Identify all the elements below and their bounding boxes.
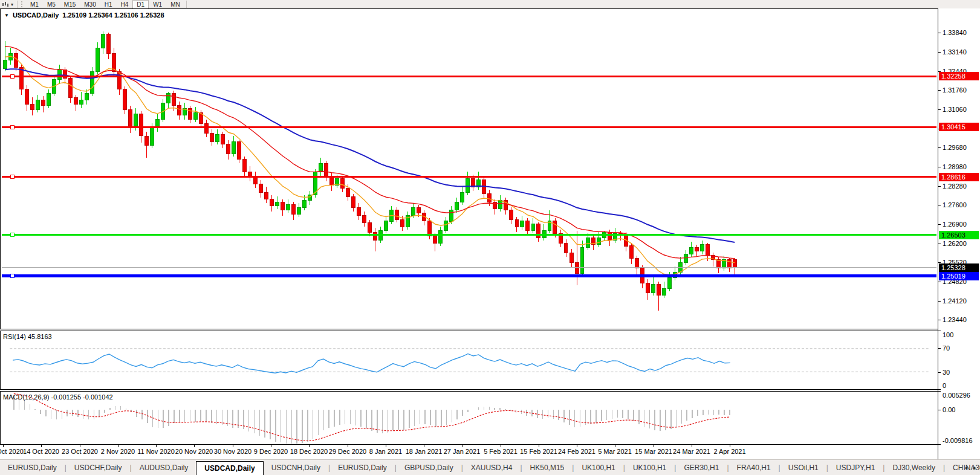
bottom-tab-usdcad-daily[interactable]: USDCAD,Daily <box>196 461 263 475</box>
axis-tick <box>938 282 941 282</box>
macd-panel[interactable] <box>0 391 938 445</box>
axis-tick <box>938 301 941 302</box>
bottom-tab-uk100-h1[interactable]: UK100,H1 <box>574 462 623 474</box>
date-tick <box>692 445 692 447</box>
axis-tick <box>938 262 941 263</box>
bottom-tab-usdjpy-h1[interactable]: USDJPY,H1 <box>828 462 883 474</box>
price-tick-label: 1.31060 <box>943 106 967 113</box>
bottom-tab-hk50-m15[interactable]: HK50,M15 <box>522 462 573 474</box>
bottom-tab-gbpusd-daily[interactable]: GBPUSD,Daily <box>397 462 461 474</box>
price-axis[interactable]: 1.338401.331401.324401.317601.310601.303… <box>938 8 980 459</box>
chart-dropdown-icon[interactable]: ▼ <box>4 13 9 18</box>
chart-tab-bar: EURUSD,Daily|USDCHF,Daily|AUDUSD,DailyUS… <box>0 459 980 475</box>
price-tick-label: 1.31760 <box>943 86 967 94</box>
rsi-axis-label: 0 <box>943 382 946 389</box>
rsi-axis-label: 30 <box>943 369 950 376</box>
candles <box>3 31 736 311</box>
line-handle[interactable] <box>10 126 14 129</box>
price-tick-label: 1.28280 <box>943 183 967 190</box>
chart-symbol-label: USDCAD,Daily <box>13 11 59 19</box>
timeframe-m5-button[interactable]: M5 <box>43 0 60 9</box>
rsi-axis-label: 70 <box>943 344 950 352</box>
bottom-tab-usdcnh-daily[interactable]: USDCNH,Daily <box>264 462 328 474</box>
main-price-chart[interactable] <box>0 8 938 329</box>
top-toolbar: ▾ M1 M5 M15 M30 H1 H4 D1 W1 MN <box>0 0 980 8</box>
candlestick-chart-icon <box>2 1 10 7</box>
timeframe-m1-button[interactable]: M1 <box>26 0 43 9</box>
bottom-tab-ger30-h1[interactable]: GER30,H1 <box>676 462 727 474</box>
price-tick-label: 1.33140 <box>943 48 967 56</box>
price-tick-label: 1.28980 <box>943 163 967 170</box>
current-price-tag[interactable]: 1.25328 <box>939 263 979 272</box>
bottom-tab-fra40-h1[interactable]: FRA40,H1 <box>729 462 779 474</box>
date-tick <box>118 445 118 447</box>
bottom-tab-uk100-h1[interactable]: UK100,H1 <box>625 462 674 474</box>
rsi-panel[interactable] <box>0 331 938 390</box>
bottom-tab-eurusd-daily[interactable]: EURUSD,Daily <box>0 462 65 474</box>
date-axis[interactable]: 5 Oct 202014 Oct 202023 Oct 20202 Nov 20… <box>0 445 938 459</box>
slow-ma <box>5 69 735 242</box>
price-tick-label: 1.23440 <box>943 316 967 323</box>
price-tick-label: 1.33840 <box>943 29 967 36</box>
chart-window: ▼ USDCAD,Daily 1.25109 1.25364 1.25106 1… <box>0 8 980 459</box>
date-tick <box>156 445 157 447</box>
bottom-tab-xauusd-h4[interactable]: XAUUSD,H4 <box>463 462 521 474</box>
bottom-tab-audusd-daily[interactable]: AUDUSD,Daily <box>132 462 196 474</box>
price-level-tag[interactable]: 1.30415 <box>939 123 979 131</box>
timeframe-m15-button[interactable]: M15 <box>60 0 80 9</box>
macd-axis-label: 0.005296 <box>943 392 970 399</box>
price-level-tag[interactable]: 1.26503 <box>939 231 979 239</box>
axis-tick <box>938 244 941 244</box>
axis-tick <box>938 348 941 349</box>
axis-tick <box>938 410 941 410</box>
price-tick-label: 1.26900 <box>943 221 967 228</box>
macd-axis-label: 0.00 <box>943 406 955 413</box>
toolbar-grip[interactable] <box>21 1 24 7</box>
axis-tick <box>938 147 941 148</box>
date-label: 2 Apr 2021 <box>704 448 755 455</box>
bottom-tab-usoil-h1[interactable]: USOil,H1 <box>780 462 826 474</box>
scroll-tabs-right-icon[interactable]: ► <box>972 465 978 471</box>
axis-tick <box>938 109 941 110</box>
date-tick <box>654 445 654 447</box>
axis-tick <box>938 444 941 445</box>
chart-title: ▼ USDCAD,Daily 1.25109 1.25364 1.25106 1… <box>4 11 164 19</box>
date-tick <box>41 445 42 447</box>
date-tick <box>233 445 233 447</box>
timeframe-h1-button[interactable]: H1 <box>100 0 117 9</box>
line-handle[interactable] <box>10 175 14 178</box>
timeframe-h4-button[interactable]: H4 <box>117 0 133 9</box>
rsi-indicator-label: RSI(14) 45.8163 <box>3 333 52 340</box>
chart-plots: ▼ USDCAD,Daily 1.25109 1.25364 1.25106 1… <box>0 8 938 459</box>
timeframe-m30-button[interactable]: M30 <box>80 0 100 9</box>
timeframe-mn-button[interactable]: MN <box>166 0 184 9</box>
axis-tick <box>938 224 941 225</box>
price-level-tag[interactable]: 1.32258 <box>939 72 979 80</box>
bottom-tab-eurusd-daily[interactable]: EURUSD,Daily <box>330 462 395 474</box>
rsi-axis-label: 100 <box>943 331 953 338</box>
date-tick <box>80 445 80 447</box>
axis-tick <box>938 331 941 331</box>
line-handle[interactable] <box>10 233 14 237</box>
macd-axis-label: -0.009816 <box>943 437 973 444</box>
rsi-line <box>13 354 730 373</box>
scroll-tabs-left-icon[interactable]: ◄ <box>963 465 969 471</box>
bottom-tab-usdchf-daily[interactable]: USDCHF,Daily <box>67 462 130 474</box>
chart-mode-caret-icon[interactable]: ▾ <box>11 2 13 7</box>
axis-tick <box>938 389 941 390</box>
line-handle[interactable] <box>10 274 14 277</box>
chart-mode-icon[interactable]: ▾ <box>0 0 15 8</box>
timeframe-w1-button[interactable]: W1 <box>149 0 166 9</box>
date-tick <box>539 445 539 447</box>
line-handle[interactable] <box>10 75 14 79</box>
axis-tick <box>938 90 941 91</box>
timeframe-d1-button[interactable]: D1 <box>132 0 149 9</box>
price-tick-label: 1.27600 <box>943 201 967 208</box>
date-tick <box>615 445 615 447</box>
price-level-tag[interactable]: 1.28616 <box>939 173 979 181</box>
price-tick-label: 1.26200 <box>943 240 967 247</box>
price-level-tag[interactable]: 1.25019 <box>939 272 979 280</box>
bottom-tab-dj30-weekly[interactable]: DJ30,Weekly <box>884 462 943 474</box>
tab-scroll-arrows: ◄ ► <box>963 460 978 475</box>
date-tick <box>3 445 4 447</box>
